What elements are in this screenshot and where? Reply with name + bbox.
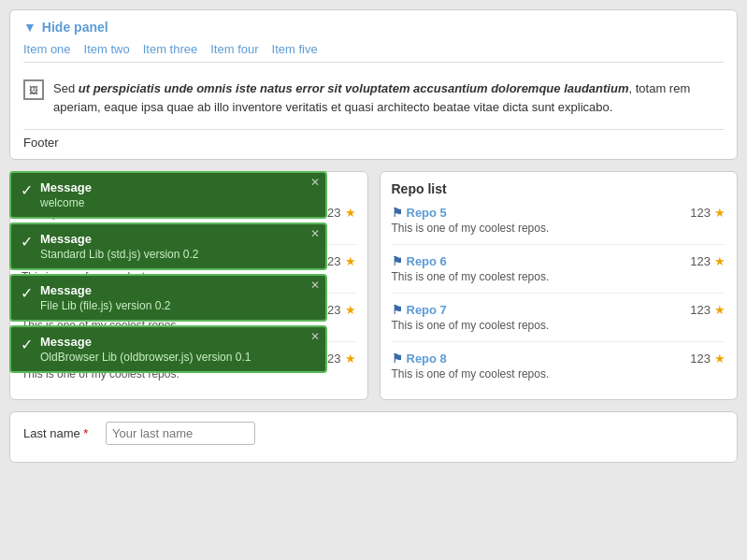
star-icon: ★ — [345, 206, 356, 220]
toast-check-icon: ✓ — [21, 181, 33, 199]
nav-item-1[interactable]: Item one — [23, 42, 71, 56]
toast-message: welcome — [40, 196, 297, 209]
toast-message: File Lib (file.js) version 0.2 — [40, 299, 297, 312]
repo-count: 123 — [690, 352, 711, 366]
toast-1: ✓ Message welcome ✕ — [9, 171, 327, 219]
nav-item-5[interactable]: Item five — [272, 42, 318, 56]
toast-check-icon: ✓ — [21, 336, 33, 353]
panel-image-icon: 🖼 — [23, 79, 44, 100]
repo-item: Repo 5 123 ★ This is one of my coolest r… — [392, 206, 726, 245]
panel-content: 🖼 Sed ut perspiciatis unde omnis iste na… — [23, 72, 724, 123]
toast-title: Message — [40, 283, 297, 297]
toast-close-button[interactable]: ✕ — [310, 331, 320, 342]
repo-meta: 123 ★ — [690, 254, 725, 268]
required-marker: * — [83, 426, 88, 440]
toast-title: Message — [40, 335, 297, 349]
repo-count: 123 — [690, 303, 711, 317]
repo-link[interactable]: Repo 8 — [392, 352, 447, 366]
repo-link[interactable]: Repo 6 — [392, 254, 447, 268]
repo-link[interactable]: Repo 7 — [392, 303, 447, 317]
panel-section: ▼ Hide panel Item oneItem twoItem threeI… — [9, 9, 738, 160]
form-section: Last name * — [9, 411, 738, 463]
repo-meta: 123 ★ — [690, 206, 725, 220]
toast-close-button[interactable]: ✕ — [310, 177, 320, 188]
repo-item-header: Repo 8 123 ★ — [392, 352, 726, 366]
repo-list-right-title: Repo list — [392, 181, 726, 196]
toast-close-button[interactable]: ✕ — [310, 280, 320, 291]
toast-body: Message OldBrowser Lib (oldbrowser.js) v… — [40, 335, 297, 364]
star-icon: ★ — [714, 206, 725, 220]
toast-title: Message — [40, 180, 297, 194]
nav-item-3[interactable]: Item three — [143, 42, 198, 56]
repo-item-header: Repo 6 123 ★ — [392, 254, 726, 268]
panel-header[interactable]: ▼ Hide panel — [23, 20, 724, 35]
star-icon: ★ — [714, 254, 725, 268]
repo-desc: This is one of my coolest repos. — [392, 319, 726, 332]
last-name-input[interactable] — [106, 422, 255, 445]
toast-4: ✓ Message OldBrowser Lib (oldbrowser.js)… — [9, 325, 327, 373]
toast-3: ✓ Message File Lib (file.js) version 0.2… — [9, 274, 327, 322]
toast-message: Standard Lib (std.js) version 0.2 — [40, 248, 297, 261]
toast-check-icon: ✓ — [21, 233, 33, 251]
toast-close-button[interactable]: ✕ — [310, 228, 320, 239]
repo-desc: This is one of my coolest repos. — [392, 270, 726, 283]
toast-title: Message — [40, 232, 297, 246]
toast-2: ✓ Message Standard Lib (std.js) version … — [9, 223, 327, 270]
star-icon: ★ — [345, 254, 356, 268]
chevron-down-icon: ▼ — [23, 20, 36, 35]
repo-desc: This is one of my coolest repos. — [392, 222, 726, 235]
last-name-label: Last name * — [23, 426, 98, 440]
repo-item-header: Repo 7 123 ★ — [392, 303, 726, 317]
repo-item: Repo 8 123 ★ This is one of my coolest r… — [392, 352, 726, 390]
panel-body-text: Sed ut perspiciatis unde omnis iste natu… — [53, 79, 724, 116]
repo-meta: 123 ★ — [690, 352, 725, 366]
toast-body: Message welcome — [40, 180, 297, 209]
repo-desc: This is one of my coolest repos. — [392, 367, 726, 381]
panel-title: Hide panel — [42, 20, 108, 35]
repo-item: Repo 7 123 ★ This is one of my coolest r… — [392, 303, 726, 342]
star-icon: ★ — [714, 303, 725, 317]
repo-section: ✓ Message welcome ✕ ✓ Message Standard L… — [9, 171, 738, 400]
toast-body: Message Standard Lib (std.js) version 0.… — [40, 232, 297, 261]
repo-item: Repo 6 123 ★ This is one of my coolest r… — [392, 254, 726, 294]
nav-item-2[interactable]: Item two — [84, 42, 130, 56]
panel-nav: Item oneItem twoItem threeItem fourItem … — [23, 42, 724, 63]
star-icon: ★ — [714, 352, 725, 366]
repo-list-right: Repo list Repo 5 123 ★ This is one of my… — [380, 171, 739, 400]
form-row-lastname: Last name * — [23, 422, 724, 445]
repo-count: 123 — [690, 206, 711, 220]
repo-link[interactable]: Repo 5 — [392, 206, 447, 220]
panel-footer: Footer — [23, 129, 724, 150]
toast-check-icon: ✓ — [21, 284, 33, 302]
toast-message: OldBrowser Lib (oldbrowser.js) version 0… — [40, 351, 297, 364]
toast-body: Message File Lib (file.js) version 0.2 — [40, 283, 297, 312]
toast-stack: ✓ Message welcome ✕ ✓ Message Standard L… — [9, 171, 327, 373]
repo-count: 123 — [690, 254, 711, 268]
repo-item-header: Repo 5 123 ★ — [392, 206, 726, 220]
star-icon: ★ — [345, 303, 356, 317]
star-icon: ★ — [345, 352, 356, 366]
nav-item-4[interactable]: Item four — [210, 42, 258, 56]
repo-meta: 123 ★ — [690, 303, 725, 317]
